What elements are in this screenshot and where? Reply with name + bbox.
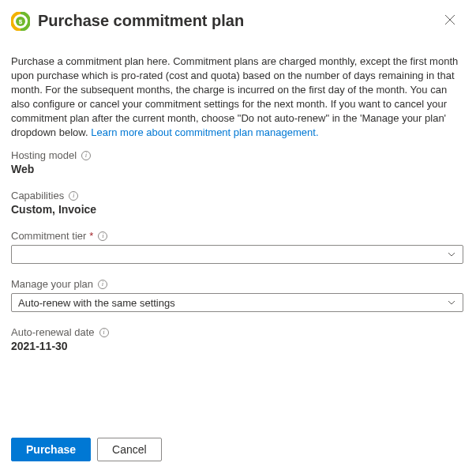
capabilities-label-row: Capabilities [11,190,463,201]
field-manage-plan: Manage your plan Auto-renew with the sam… [11,278,463,312]
cost-management-icon: $ [11,12,30,31]
panel-title: Purchase commitment plan [38,12,244,30]
auto-renewal-label: Auto-renewal date [11,326,95,338]
close-icon [444,14,455,25]
field-hosting-model: Hosting model Web [11,149,463,175]
capabilities-label: Capabilities [11,190,64,201]
auto-renewal-value: 2021-11-30 [11,340,463,352]
cancel-button[interactable]: Cancel [97,438,162,461]
commitment-tier-label: Commitment tier [11,230,86,242]
field-commitment-tier: Commitment tier * [11,230,463,264]
capabilities-value: Custom, Invoice [11,203,463,216]
field-auto-renewal-date: Auto-renewal date 2021-11-30 [11,326,463,352]
intro-text: Purchase a commitment plan here. Commitm… [11,55,463,140]
auto-renewal-label-row: Auto-renewal date [11,326,463,338]
field-capabilities: Capabilities Custom, Invoice [11,190,463,216]
info-icon[interactable] [98,231,107,241]
chevron-down-icon [447,298,456,307]
commitment-tier-select[interactable] [11,245,463,264]
manage-plan-label-row: Manage your plan [11,278,463,290]
svg-text:$: $ [19,18,23,25]
hosting-model-value: Web [11,163,463,175]
header-left: $ Purchase commitment plan [11,12,244,31]
info-icon[interactable] [81,151,91,160]
footer-actions: Purchase Cancel [11,438,463,461]
hosting-model-label: Hosting model [11,149,77,161]
manage-plan-selected: Auto-renew with the same settings [18,297,175,309]
panel-header: $ Purchase commitment plan [11,11,463,31]
learn-more-link[interactable]: Learn more about commitment plan managem… [91,126,318,138]
hosting-model-label-row: Hosting model [11,149,463,161]
info-icon[interactable] [99,328,109,337]
chevron-down-icon [447,250,456,259]
commitment-tier-label-row: Commitment tier * [11,230,463,242]
purchase-button[interactable]: Purchase [11,438,91,461]
purchase-commitment-panel: $ Purchase commitment plan Purchase a co… [0,0,476,474]
close-button[interactable] [441,11,459,31]
manage-plan-label: Manage your plan [11,278,93,290]
info-icon[interactable] [98,280,107,289]
info-icon[interactable] [69,191,78,201]
required-marker: * [89,230,93,242]
manage-plan-select[interactable]: Auto-renew with the same settings [11,293,463,312]
